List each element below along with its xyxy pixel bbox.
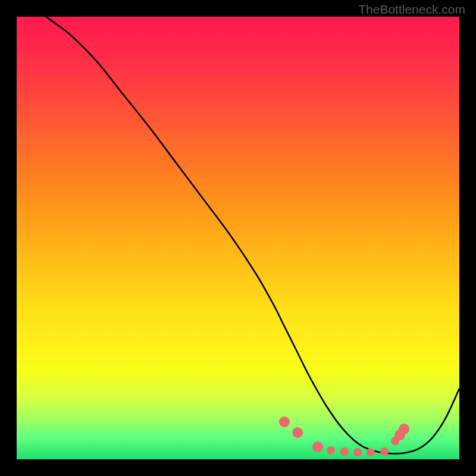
site-watermark: TheBottleneck.com xyxy=(358,2,465,17)
chart-marker xyxy=(380,447,389,456)
chart-marker xyxy=(367,448,375,456)
chart-marker xyxy=(279,416,290,427)
chart-curve-svg xyxy=(17,17,459,459)
chart-marker xyxy=(312,441,323,452)
chart-plot-area xyxy=(17,17,459,459)
chart-curve xyxy=(17,17,459,453)
chart-marker xyxy=(340,447,349,456)
chart-marker xyxy=(327,446,335,455)
chart-marker xyxy=(399,424,409,434)
chart-marker xyxy=(353,448,362,456)
chart-marker xyxy=(292,427,303,438)
